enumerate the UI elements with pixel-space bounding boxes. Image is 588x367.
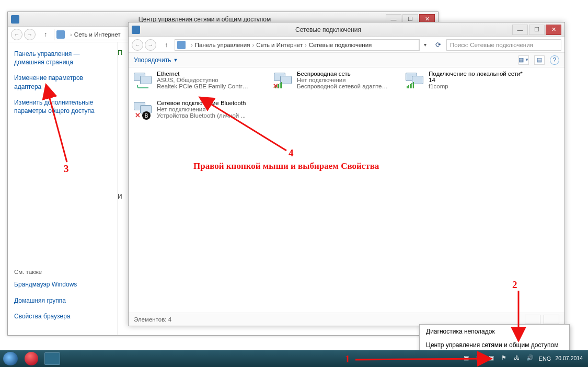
truncated-info: И	[118, 193, 122, 200]
conn-sub: Нет подключения	[297, 77, 391, 83]
system-tray: ▣ ▣ ▣ ⚑ 🖧 🔊 ENG 20.07.2014	[464, 354, 588, 363]
nav-back-icon[interactable]: ←	[132, 39, 143, 51]
maximize-button[interactable]: ☐	[529, 25, 545, 35]
view-large-button[interactable]	[544, 315, 559, 324]
refresh-icon[interactable]: ⟳	[433, 40, 443, 50]
bc-network[interactable]: Сеть и Интернет	[256, 42, 303, 48]
conn-sub2: f1comp	[429, 83, 523, 89]
tray-context-menu: Диагностика неполадок Центр управления с…	[419, 324, 570, 352]
tray-icon[interactable]: ▣	[464, 354, 472, 363]
conn-title: Ethernet	[157, 71, 251, 77]
link-cp-home[interactable]: Панель управления — домашняя страница	[14, 50, 111, 66]
taskbar-opera[interactable]	[21, 350, 42, 367]
titlebar-front: Сетевые подключения — ☐ ✕	[129, 22, 564, 37]
help-icon[interactable]: ?	[550, 55, 559, 65]
connections-area: Ethernet ASUS, Общедоступно Realtek PCIe…	[129, 67, 564, 311]
nav-back-icon[interactable]: ←	[11, 29, 22, 40]
window-title-front: Сетевые подключения	[145, 26, 511, 33]
see-also-heading: См. также	[14, 269, 111, 275]
search-placeholder: Поиск: Сетевые подключения	[450, 42, 533, 48]
truncated-heading: П	[118, 49, 122, 56]
bc-control-panel[interactable]: Панель управления	[195, 42, 250, 48]
organize-button[interactable]: Упорядочить▼	[134, 56, 178, 64]
taskbar: ▣ ▣ ▣ ⚑ 🖧 🔊 ENG 20.07.2014	[0, 350, 588, 367]
tray-language[interactable]: ENG	[539, 355, 551, 362]
conn-sub2: Устройства Bluetooth (личной ...	[157, 112, 246, 119]
bluetooth-icon: ✕ B	[134, 100, 154, 120]
conn-sub: ASUS, Общедоступно	[157, 77, 251, 83]
minimize-button[interactable]: —	[512, 25, 528, 35]
conn-sub2: Беспроводной сетевой адаптер ...	[297, 83, 391, 89]
link-firewall[interactable]: Брандмауэр Windows	[14, 280, 111, 289]
wireless-icon: ✕	[274, 71, 294, 90]
conn-sub: Нет подключения	[157, 106, 246, 112]
search-input[interactable]: Поиск: Сетевые подключения	[446, 39, 561, 51]
close-button[interactable]: ✕	[546, 25, 561, 35]
annotation-num3: 3	[64, 163, 69, 175]
annotation-num4: 4	[289, 147, 294, 159]
location-icon	[177, 41, 186, 49]
ethernet-icon	[134, 71, 154, 90]
annotation-num1: 1	[345, 353, 350, 365]
navbar-front: ← → ↑ › Панель управления › Сеть и Интер…	[129, 37, 564, 53]
window-icon	[132, 26, 140, 34]
tray-flag-icon[interactable]: ⚑	[501, 354, 510, 363]
tray-volume-icon[interactable]: 🔊	[526, 354, 535, 363]
window-network-connections: Сетевые подключения — ☐ ✕ ← → ↑ › Панель…	[128, 22, 565, 326]
connection-bluetooth[interactable]: ✕ B Сетевое подключение Bluetooth Нет по…	[134, 100, 246, 120]
menu-diagnose[interactable]: Диагностика неполадок	[420, 325, 569, 338]
sidepane: Панель управления — домашняя страница Из…	[8, 42, 118, 335]
link-adapter-settings[interactable]: Изменение параметров адаптера	[14, 74, 111, 90]
tray-icon[interactable]: ▣	[489, 354, 497, 363]
view-details-button[interactable]	[525, 315, 540, 324]
conn-title: Беспроводная сеть	[297, 71, 391, 77]
breadcrumb-network: Сеть и Интернет	[74, 31, 121, 38]
location-icon	[56, 30, 65, 39]
connection-ethernet[interactable]: Ethernet ASUS, Общедоступно Realtek PCIe…	[134, 71, 251, 90]
bc-connections[interactable]: Сетевые подключения	[309, 42, 372, 48]
annotation-num2: 2	[512, 279, 517, 291]
conn-sub2: Realtek PCIe GBE Family Controller	[157, 83, 251, 89]
breadcrumb-front[interactable]: › Панель управления › Сеть и Интернет › …	[175, 39, 419, 51]
link-homegroup[interactable]: Домашняя группа	[14, 296, 111, 305]
nav-up-icon[interactable]: ↑	[40, 29, 51, 40]
view-icons-button[interactable]: ▦▼	[518, 55, 529, 65]
taskbar-app[interactable]	[42, 350, 63, 367]
connection-lan14[interactable]: Подключение по локальной сети* 14 f1comp	[406, 71, 523, 90]
connection-wireless[interactable]: ✕ Беспроводная сеть Нет подключения Бесп…	[274, 71, 391, 90]
history-chevron-icon[interactable]: ▾	[419, 39, 431, 51]
nav-up-icon[interactable]: ↑	[161, 40, 171, 50]
tray-clock[interactable]: 20.07.2014	[555, 355, 583, 362]
item-count: Элементов: 4	[134, 316, 171, 323]
nav-forward-icon[interactable]: →	[145, 39, 156, 51]
nav-forward-icon[interactable]: →	[24, 29, 36, 40]
conn-title: Подключение по локальной сети* 14	[429, 71, 523, 83]
conn-title: Сетевое подключение Bluetooth	[157, 100, 246, 106]
window-icon	[11, 15, 19, 24]
toolbar: Упорядочить▼ ▦▼ ▤ ?	[129, 53, 564, 67]
link-sharing-settings[interactable]: Изменить дополнительные параметры общего…	[14, 98, 111, 115]
lan-icon	[406, 71, 425, 90]
tray-network-icon[interactable]: 🖧	[514, 354, 522, 363]
annotation-text: Правой кнопкой мыши и выбираем Свойства	[193, 161, 379, 171]
start-button[interactable]	[0, 350, 21, 367]
tray-icon[interactable]: ▣	[476, 354, 485, 363]
link-browser-props[interactable]: Свойства браузера	[14, 312, 111, 320]
preview-pane-button[interactable]: ▤	[534, 55, 545, 65]
